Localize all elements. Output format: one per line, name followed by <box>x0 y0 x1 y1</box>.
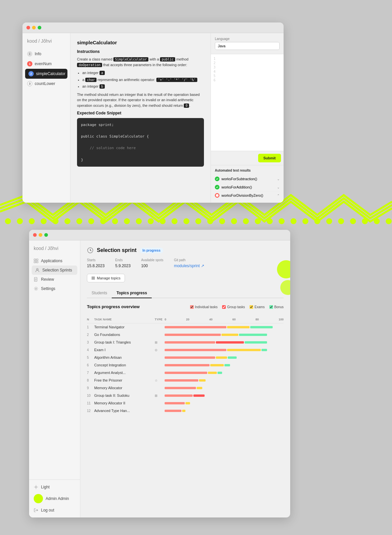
svg-rect-3 <box>36 261 38 263</box>
brand-1: kood / Jõhvi <box>22 38 70 49</box>
table-row[interactable]: 7 Argument Analyst... <box>87 369 284 377</box>
task-title: simpleCalculator <box>77 40 204 45</box>
test-results: Automated test results worksForSubtracti… <box>211 165 284 203</box>
tab-topics-progress[interactable]: Topics progress <box>112 288 151 298</box>
table-row[interactable]: 5 Algorithm Artisan <box>87 354 284 361</box>
ends-label: Ends <box>115 258 131 262</box>
progress-table: 1 Terminal Navigator 2 Go Foundations 3 … <box>87 323 284 415</box>
method-code: doOperation <box>77 63 102 67</box>
sun-icon <box>34 485 38 489</box>
table-row[interactable]: 11 Memory Allocator II <box>87 399 284 407</box>
minimize-button-1[interactable] <box>32 26 36 29</box>
git-link[interactable]: modules/sprint ↗ <box>174 264 204 268</box>
admin-window: kood / Jõhvi Applications Selection Spri… <box>29 230 290 517</box>
col-type-header: TYPE <box>155 318 165 321</box>
spots-value: 100 <box>141 264 148 268</box>
table-row[interactable]: 3 Group task I: Triangles ⊞ <box>87 339 284 346</box>
sidebar-item-evennum[interactable]: 1 evenNum <box>22 59 70 69</box>
language-label: Language <box>215 37 280 41</box>
test-item-3[interactable]: worksForDivisionByZero() ⌃ <box>215 191 280 199</box>
sidebar-item-info[interactable]: i Info <box>22 49 70 59</box>
chevron-up-icon-1: ⌃ <box>277 194 280 197</box>
language-area: Language Java <box>211 33 284 54</box>
close-button-1[interactable] <box>26 26 30 29</box>
spots-meta: Available spots 100 <box>141 258 163 268</box>
svg-rect-17 <box>92 277 95 277</box>
badge-info: i <box>27 51 32 57</box>
instructions-heading: Instructions <box>77 49 204 54</box>
param-b-code: b <box>99 84 105 89</box>
submit-button[interactable]: Submit <box>258 154 281 162</box>
svg-rect-0 <box>34 259 36 261</box>
col-n-header: N <box>87 318 94 321</box>
param-a: an integer a <box>82 70 204 76</box>
legend-exams: Exams <box>250 305 265 309</box>
progress-heading: Topics progress overview <box>87 304 139 309</box>
submit-area: Submit <box>211 151 284 165</box>
progress-section: Topics progress overview Individual task… <box>87 304 284 415</box>
svg-point-9 <box>35 288 37 289</box>
col-name-header: TASK NAME <box>94 318 155 321</box>
legend-bonus-check[interactable] <box>269 305 273 309</box>
close-button-2[interactable] <box>33 233 37 237</box>
sidebar-item-simplecalculator[interactable]: 2 simpleCalculator <box>25 69 67 79</box>
sidebar-item-applications[interactable]: Applications <box>29 256 80 266</box>
sidebar-bottom: Light Admin Admin Log out <box>29 479 80 517</box>
sidebar-item-selection-sprints[interactable]: Selection Sprints <box>32 266 77 275</box>
code-editor[interactable]: 1 2 3 4 5 6 <box>211 54 284 151</box>
grid-icon <box>34 259 38 263</box>
sidebar-item-theme[interactable]: Light <box>29 482 80 492</box>
sidebar-item-user[interactable]: Admin Admin <box>29 492 80 506</box>
starts-value: 15.8.2023 <box>87 264 104 268</box>
svg-point-4 <box>37 268 38 270</box>
chevron-down-icon-1: ⌄ <box>277 177 280 181</box>
svg-point-10 <box>35 486 37 488</box>
table-row[interactable]: 1 Terminal Navigator <box>87 323 284 331</box>
legend-individual: Individual tasks <box>190 305 217 309</box>
manage-topics-button[interactable]: Manage topics <box>87 274 125 282</box>
param-char: a char representing an arithmetic operat… <box>82 77 204 83</box>
fail-icon-1 <box>215 193 219 198</box>
table-row[interactable]: 9 Memory Allocator <box>87 384 284 392</box>
maximize-button-2[interactable] <box>44 233 48 237</box>
git-label: Git path <box>174 258 204 262</box>
sidebar-item-settings[interactable]: Settings <box>29 284 80 293</box>
maximize-button-1[interactable] <box>38 26 41 29</box>
sidebar-2: kood / Jõhvi Applications Selection Spri… <box>29 240 80 517</box>
snippet-heading: Expected Code Snippet <box>77 111 204 115</box>
param-a-code: a <box>99 71 105 75</box>
legend-group-check[interactable] <box>222 305 226 309</box>
ends-meta: Ends 5.9.2023 <box>115 258 131 268</box>
legend-individual-check[interactable] <box>190 305 194 309</box>
svg-rect-19 <box>92 279 95 280</box>
table-row[interactable]: 2 Go Foundations <box>87 331 284 339</box>
window-top-bar-1 <box>22 22 284 33</box>
classname-code: SimpleCalculator <box>113 57 148 62</box>
svg-rect-1 <box>36 259 38 261</box>
brand-2: kood / Jõhvi <box>29 246 80 256</box>
right-panel: Language Java 1 2 3 4 5 6 <box>211 33 284 203</box>
sidebar-item-countlower[interactable]: 3 countLower <box>22 79 70 89</box>
test-item-2[interactable]: worksForAddition() ⌄ <box>215 183 280 191</box>
badge-evennum: 1 <box>27 61 32 66</box>
sidebar-item-logout[interactable]: Log out <box>29 506 80 515</box>
logout-icon <box>34 508 38 513</box>
table-row[interactable]: 10 Group task II: Sudoku ⊞ <box>87 392 284 399</box>
return-description: The method should return an integer that… <box>77 92 204 108</box>
test-item-1[interactable]: worksForSubtraction() ⌄ <box>215 175 280 183</box>
table-row[interactable]: 6 Concept Integration <box>87 361 284 369</box>
tab-students[interactable]: Students <box>87 288 112 298</box>
table-row[interactable]: 8 Free the Prisoner ☆ <box>87 377 284 384</box>
table-row[interactable]: 4 Exam I ⊙ <box>87 346 284 354</box>
legend-exams-check[interactable] <box>250 305 253 309</box>
table-row[interactable]: 12 Advanced Type Han... <box>87 407 284 415</box>
minimize-button-2[interactable] <box>39 233 42 237</box>
sidebar-item-review[interactable]: Review <box>29 275 80 284</box>
return-code: 0 <box>184 103 189 108</box>
language-select[interactable]: Java <box>215 42 280 50</box>
sprint-title: Selection sprint <box>97 247 137 253</box>
file-icon <box>34 277 38 282</box>
params-list: an integer a a char representing an arit… <box>82 70 204 89</box>
window-top-bar-2 <box>29 230 290 240</box>
modifier-code: public <box>160 57 175 62</box>
